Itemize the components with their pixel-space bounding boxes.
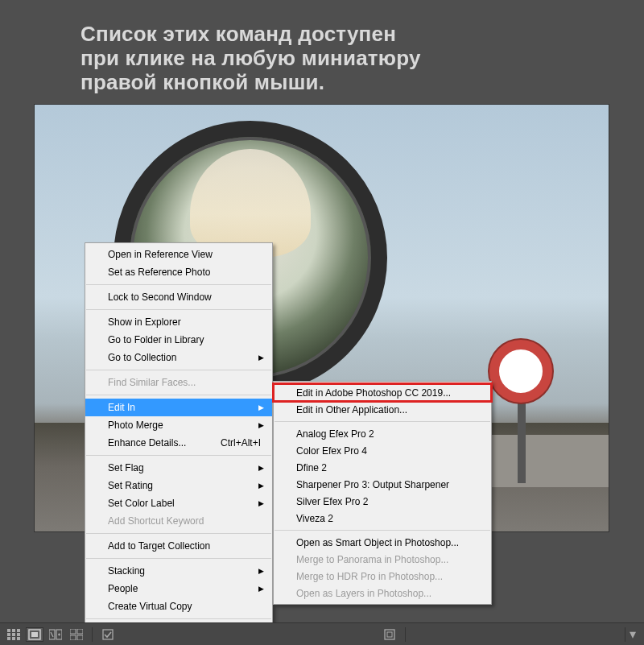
submenu-arrow-icon: ▶ <box>258 404 264 411</box>
menu-item-label: Sharpener Pro 3: Output Sharpener <box>296 479 480 490</box>
menu-edit-in[interactable]: Edit In ▶ <box>85 399 272 416</box>
menu-item-label: Dfine 2 <box>296 462 480 473</box>
svg-rect-17 <box>77 629 83 634</box>
menu-item-label: Edit in Adobe Photoshop CC 2019... <box>296 387 480 399</box>
menu-item-label: Set Rating <box>108 480 261 491</box>
menu-item-label: Stacking <box>108 565 261 577</box>
menu-item-label: Enhance Details... <box>108 437 204 449</box>
svg-rect-0 <box>7 629 10 632</box>
menu-separator <box>86 309 271 310</box>
caption-line-3: правой кнопкой мыши. <box>80 71 596 95</box>
menu-item-label: Merge to HDR Pro in Photoshop... <box>296 571 480 582</box>
submenu-edit-in-photoshop[interactable]: Edit in Adobe Photoshop CC 2019... <box>274 384 491 401</box>
menu-item-label: Add Shortcut Keyword <box>108 515 261 527</box>
menu-show-in-explorer[interactable]: Show in Explorer <box>85 313 272 331</box>
loupe-view-button[interactable] <box>26 627 43 642</box>
crop-overlay-icon <box>383 628 396 641</box>
menu-open-in-reference-view[interactable]: Open in Reference View <box>85 246 272 263</box>
instruction-caption: Список этих команд доступен при клике на… <box>80 23 596 95</box>
menu-item-label: Set Color Label <box>108 498 261 509</box>
menu-go-to-folder-in-library[interactable]: Go to Folder in Library <box>85 331 272 349</box>
submenu-arrow-icon: ▶ <box>258 482 264 490</box>
mark-icon <box>102 629 114 640</box>
menu-item-label: Merge to Panorama in Photoshop... <box>296 554 480 565</box>
menu-add-shortcut-keyword: Add Shortcut Keyword <box>85 512 272 530</box>
submenu-sharpener[interactable]: Sharpener Pro 3: Output Sharpener <box>274 476 491 493</box>
menu-item-label: Open as Smart Object in Photoshop... <box>296 537 480 548</box>
caption-line-2: при клике на любую миниатюру <box>80 47 596 71</box>
svg-line-13 <box>51 632 53 637</box>
menu-separator <box>275 421 490 422</box>
submenu-silver-efex[interactable]: Silver Efex Pro 2 <box>274 493 491 510</box>
menu-item-label: Show in Explorer <box>108 316 261 328</box>
menu-go-to-collection[interactable]: Go to Collection ▶ <box>85 349 272 366</box>
crop-overlay-button[interactable] <box>381 627 398 642</box>
menu-set-as-reference-photo[interactable]: Set as Reference Photo <box>85 263 272 281</box>
menu-enhance-details[interactable]: Enhance Details... Ctrl+Alt+I <box>85 434 272 452</box>
submenu-edit-in-other[interactable]: Edit in Other Application... <box>274 401 491 418</box>
menu-separator <box>86 284 271 285</box>
context-menu-main: Open in Reference View Set as Reference … <box>85 242 273 645</box>
toolbar-dropdown-button[interactable]: ▾ <box>625 627 639 642</box>
submenu-arrow-icon: ▶ <box>258 585 264 593</box>
menu-item-label: Set as Reference Photo <box>108 267 261 278</box>
menu-separator <box>86 558 271 559</box>
menu-find-similar-faces: Find Similar Faces... <box>85 374 272 391</box>
chevron-down-icon: ▾ <box>630 626 636 642</box>
grid-view-button[interactable] <box>5 627 23 642</box>
menu-separator <box>86 370 271 370</box>
svg-rect-10 <box>31 632 38 637</box>
photo-prohibition-sign <box>489 340 552 403</box>
menu-item-label: Edit in Other Application... <box>296 404 480 416</box>
menu-item-label: Analog Efex Pro 2 <box>296 428 480 440</box>
menu-stacking[interactable]: Stacking ▶ <box>85 562 272 580</box>
submenu-color-efex[interactable]: Color Efex Pro 4 <box>274 442 491 459</box>
toolbar-divider <box>405 627 406 642</box>
mark-button[interactable] <box>99 627 117 642</box>
survey-view-button[interactable] <box>68 627 85 642</box>
submenu-open-as-smart-object[interactable]: Open as Smart Object in Photoshop... <box>274 534 491 551</box>
photo-sign-pole <box>518 395 526 483</box>
menu-set-color-label[interactable]: Set Color Label ▶ <box>85 494 272 512</box>
submenu-viveza[interactable]: Viveza 2 <box>274 510 491 527</box>
caption-line-1: Список этих команд доступен <box>80 23 596 47</box>
menu-lock-to-second-window[interactable]: Lock to Second Window <box>85 288 272 306</box>
submenu-arrow-icon: ▶ <box>258 422 264 429</box>
submenu-analog-efex[interactable]: Analog Efex Pro 2 <box>274 425 491 442</box>
menu-item-label: Silver Efex Pro 2 <box>296 496 480 507</box>
svg-rect-1 <box>12 629 15 632</box>
menu-item-label: People <box>108 583 261 594</box>
svg-rect-6 <box>7 637 10 640</box>
menu-item-label: Viveza 2 <box>296 513 480 524</box>
menu-set-rating[interactable]: Set Rating ▶ <box>85 477 272 494</box>
submenu-arrow-icon: ▶ <box>258 465 264 472</box>
submenu-arrow-icon: ▶ <box>258 500 264 507</box>
menu-set-flag[interactable]: Set Flag ▶ <box>85 459 272 477</box>
svg-rect-19 <box>77 635 83 640</box>
submenu-dfine[interactable]: Dfine 2 <box>274 459 491 476</box>
menu-item-label: Create Virtual Copy <box>108 601 261 612</box>
menu-item-label: Set Flag <box>108 462 261 473</box>
svg-rect-18 <box>70 635 76 640</box>
menu-item-label: Open as Layers in Photoshop... <box>296 588 480 599</box>
submenu-merge-hdr: Merge to HDR Pro in Photoshop... <box>274 568 491 585</box>
menu-create-virtual-copy[interactable]: Create Virtual Copy <box>85 597 272 615</box>
svg-rect-8 <box>17 637 20 640</box>
menu-people[interactable]: People ▶ <box>85 580 272 597</box>
menu-item-label: Open in Reference View <box>108 249 261 260</box>
menu-item-label: Go to Collection <box>108 352 261 363</box>
loupe-view-icon <box>28 629 41 640</box>
menu-item-label: Find Similar Faces... <box>108 377 261 388</box>
menu-add-to-target-collection[interactable]: Add to Target Collection <box>85 537 272 555</box>
grid-view-icon <box>7 629 20 640</box>
menu-separator <box>86 395 271 395</box>
toolbar-divider <box>92 627 93 642</box>
submenu-arrow-icon: ▶ <box>258 354 264 362</box>
menu-item-label: Lock to Second Window <box>108 291 261 303</box>
menu-photo-merge[interactable]: Photo Merge ▶ <box>85 416 272 434</box>
menu-separator <box>275 530 490 531</box>
menu-item-label: Go to Folder in Library <box>108 334 261 345</box>
compare-view-button[interactable] <box>47 627 64 642</box>
svg-rect-3 <box>7 633 10 636</box>
svg-rect-7 <box>12 637 15 640</box>
